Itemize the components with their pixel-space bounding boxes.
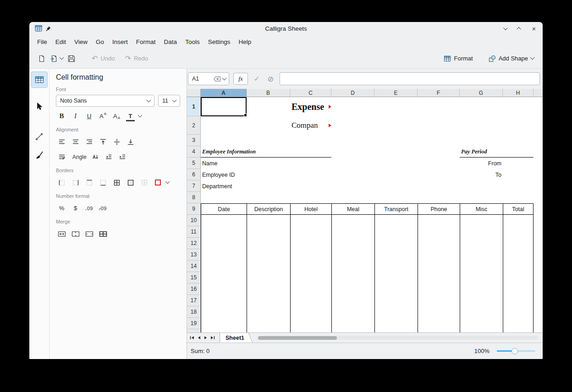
cell-B6[interactable] <box>247 169 290 180</box>
cell-B5[interactable] <box>247 158 290 169</box>
next-sheet-button[interactable] <box>202 334 209 342</box>
cell-C5[interactable] <box>290 158 331 169</box>
cell-F20[interactable] <box>418 329 460 332</box>
cell-D17[interactable] <box>331 295 374 306</box>
cell-B10[interactable] <box>247 215 290 226</box>
row-header-16[interactable]: 16 <box>187 283 201 295</box>
border-color-button[interactable] <box>152 177 164 188</box>
row-header-11[interactable]: 11 <box>187 226 201 238</box>
cancel-formula-icon[interactable]: ⊘ <box>266 75 275 83</box>
titlebar[interactable]: Calligra Sheets × <box>29 22 543 35</box>
column-header-G[interactable]: G <box>460 89 503 97</box>
cell-C13[interactable] <box>290 249 331 261</box>
cell-F6[interactable] <box>418 169 460 180</box>
cell-G7[interactable] <box>460 180 503 192</box>
row-header-19[interactable]: 19 <box>187 318 201 329</box>
cell-G19[interactable] <box>460 318 503 329</box>
currency-format-button[interactable]: $ <box>70 202 81 214</box>
cell-A8[interactable] <box>201 192 247 203</box>
sheet-tab-sheet1[interactable]: Sheet1 <box>220 333 247 343</box>
align-right-button[interactable] <box>83 136 95 147</box>
cell-B11[interactable] <box>247 226 290 238</box>
calligraphy-tool-button[interactable] <box>31 147 48 163</box>
select-all-corner[interactable] <box>187 89 201 97</box>
cell-D15[interactable] <box>331 272 374 283</box>
undo-button[interactable]: ↶ Undo <box>89 51 117 66</box>
cell-H7[interactable] <box>503 180 534 192</box>
cell-D13[interactable] <box>331 249 374 261</box>
cell-F4[interactable] <box>418 146 460 158</box>
redo-button[interactable]: ↷ Redo <box>122 51 150 66</box>
cell-G5[interactable]: From <box>460 158 503 169</box>
cell-A10[interactable] <box>201 215 247 226</box>
cell-G3[interactable] <box>460 135 503 146</box>
cell-E12[interactable] <box>374 238 418 249</box>
column-header-F[interactable]: F <box>418 89 460 97</box>
cell-G14[interactable] <box>460 261 503 272</box>
cell-E5[interactable] <box>374 158 418 169</box>
italic-button[interactable]: I <box>70 110 81 122</box>
row-header-14[interactable]: 14 <box>187 261 201 272</box>
connector-tool-button[interactable] <box>31 128 48 145</box>
cell-E4[interactable] <box>374 146 418 158</box>
horizontal-scrollbar-thumb[interactable] <box>258 336 337 340</box>
cell-H15[interactable] <box>503 272 534 283</box>
cell-A5[interactable]: Name <box>201 158 247 169</box>
cell-C15[interactable] <box>290 272 331 283</box>
cell-D10[interactable] <box>331 215 374 226</box>
font-color-button[interactable]: T <box>125 110 136 122</box>
cell-H2[interactable] <box>503 116 534 135</box>
menu-item-go[interactable]: Go <box>92 35 108 49</box>
row-header-2[interactable]: 2 <box>187 116 201 135</box>
border-bottom-button[interactable] <box>97 177 109 188</box>
font-family-select[interactable]: Noto Sans <box>56 95 154 107</box>
unmerge-cells-button[interactable] <box>97 228 109 240</box>
border-none-button[interactable] <box>138 177 150 188</box>
cell-E1[interactable] <box>374 97 418 116</box>
formula-input[interactable] <box>280 72 540 85</box>
cell-D20[interactable] <box>331 329 374 332</box>
close-button[interactable]: × <box>531 25 537 32</box>
merge-vertical-button[interactable] <box>83 228 95 240</box>
cell-E17[interactable] <box>374 295 418 306</box>
superscript-button[interactable]: A <box>97 110 109 122</box>
menu-item-data[interactable]: Data <box>160 35 182 49</box>
cell-B19[interactable] <box>247 318 290 329</box>
row-header-20[interactable]: 20 <box>187 329 201 332</box>
cell-A3[interactable] <box>201 135 247 146</box>
cell-C8[interactable] <box>290 192 331 203</box>
cell-E3[interactable] <box>374 135 418 146</box>
cell-G6[interactable]: To <box>460 169 503 180</box>
cell-C11[interactable] <box>290 226 331 238</box>
cell-H10[interactable] <box>503 215 534 226</box>
cell-D18[interactable] <box>331 306 374 318</box>
menu-item-help[interactable]: Help <box>234 35 255 49</box>
cell-G2[interactable] <box>460 116 503 135</box>
menu-item-tools[interactable]: Tools <box>181 35 204 49</box>
save-button[interactable] <box>66 51 77 66</box>
row-header-3[interactable]: 3 <box>187 135 201 146</box>
cell-A7[interactable]: Department <box>201 180 247 192</box>
cell-C12[interactable] <box>290 238 331 249</box>
cell-F8[interactable] <box>418 192 460 203</box>
apply-formula-icon[interactable]: ✓ <box>252 75 262 83</box>
cell-F14[interactable] <box>418 261 460 272</box>
row-header-12[interactable]: 12 <box>187 238 201 249</box>
cell-A19[interactable] <box>201 318 247 329</box>
cell-B17[interactable] <box>247 295 290 306</box>
cell-A4[interactable]: Employee Information <box>201 146 247 158</box>
cell-H9[interactable]: Total <box>503 203 534 215</box>
cell-H14[interactable] <box>503 261 534 272</box>
cell-B13[interactable] <box>247 249 290 261</box>
row-header-13[interactable]: 13 <box>187 249 201 261</box>
cell-C20[interactable] <box>290 329 331 332</box>
cell-G12[interactable] <box>460 238 503 249</box>
cell-G13[interactable] <box>460 249 503 261</box>
cell-E7[interactable] <box>374 180 418 192</box>
wrap-text-button[interactable] <box>56 151 67 163</box>
cell-C3[interactable] <box>290 135 331 146</box>
underline-button[interactable]: U <box>83 110 95 122</box>
cell-A15[interactable] <box>201 272 247 283</box>
increase-indent-button[interactable] <box>117 151 128 163</box>
row-header-18[interactable]: 18 <box>187 306 201 318</box>
